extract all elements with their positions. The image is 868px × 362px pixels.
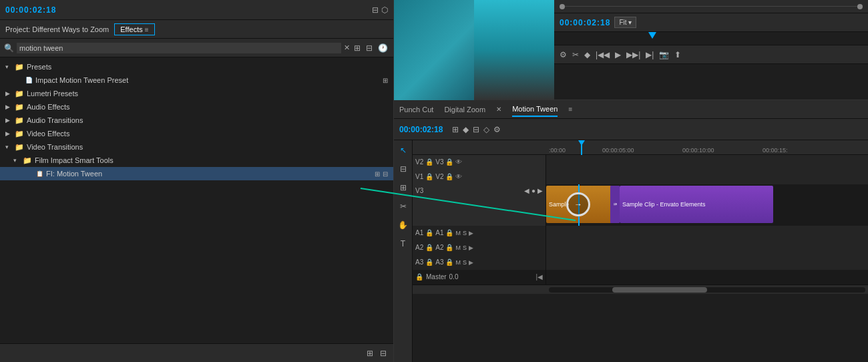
filter-icon[interactable]: ⊟ (372, 5, 379, 15)
nav-right-v3[interactable]: ▶ (537, 187, 543, 194)
track-alt-a2: A2 (435, 244, 443, 251)
tree-item-lumetri[interactable]: ▶ 📁 Lumetri Presets (0, 87, 393, 100)
effects-panel: 00:00:02:18 ⊟ ⬡ Project: Different Ways … (0, 0, 394, 362)
search-input[interactable] (17, 43, 341, 53)
scrollbar-track[interactable] (549, 287, 865, 293)
track-s-a2[interactable]: S (463, 244, 467, 251)
track-lock2-v1[interactable]: 🔒 (445, 173, 453, 180)
tree-item-film-impact[interactable]: ▾ 📁 Film Impact Smart Tools (0, 154, 393, 167)
prev-point-icon[interactable]: |◀◀ (596, 50, 610, 59)
film-impact-label: Film Impact Smart Tools (35, 156, 388, 164)
tree-item-audio-effects[interactable]: ▶ 📁 Audio Effects (0, 100, 393, 114)
lumetri-label: Lumetri Presets (27, 89, 388, 98)
track-m-a1[interactable]: M (455, 230, 461, 236)
tl-marker2-icon[interactable]: ◇ (483, 125, 489, 134)
track-lock2-a1[interactable]: 🔒 (445, 229, 453, 236)
project-tab[interactable]: Project: Different Ways to Zoom (5, 25, 109, 33)
nav-left-v3[interactable]: ◀ (524, 187, 529, 194)
razor-tool[interactable]: ✂ (396, 199, 411, 214)
track-vis-v2[interactable]: 👁 (455, 158, 462, 166)
tree-item-video-trans[interactable]: ▾ 📁 Video Transitions (0, 140, 393, 154)
chevron-audio-effects: ▶ (5, 104, 12, 110)
to-out-icon[interactable]: ▶| (646, 50, 654, 59)
track-m-a3[interactable]: M (455, 259, 461, 266)
folder-audio-trans-icon: 📁 (15, 116, 24, 125)
expand-icon[interactable]: ⬡ (381, 5, 388, 15)
marker-icon[interactable]: ◆ (584, 50, 590, 59)
tl-snap-icon[interactable]: ⊞ (452, 125, 459, 134)
track-label-v2: V2 🔒 V3 🔒 👁 (413, 155, 546, 170)
ripple-tool[interactable]: ⊞ (396, 180, 411, 195)
timeline-area: Punch Cut Digital Zoom ✕ Motion Tween ≡ … (394, 100, 868, 362)
trim-tool[interactable]: ⊟ (396, 162, 411, 176)
tl-ripple-icon[interactable]: ⊟ (473, 125, 479, 134)
chevron-video-trans: ▾ (5, 144, 12, 150)
new-bin-icon[interactable]: ⊞ (353, 43, 362, 53)
track-lock-a2[interactable]: 🔒 (425, 244, 433, 251)
play-button[interactable]: ▶ (615, 50, 621, 59)
scrollbar-thumb[interactable] (612, 287, 707, 293)
tl-setting-icon[interactable]: ⚙ (493, 125, 501, 134)
effects-tab[interactable]: Effects ≡ (114, 23, 154, 35)
track-vis-v1[interactable]: 👁 (455, 173, 462, 180)
timeline-controls: 00:00:02:18 ⊞ ◆ ⊟ ◇ ⚙ (394, 119, 868, 140)
track-lock-a1[interactable]: 🔒 (425, 229, 433, 236)
tree-item-audio-trans[interactable]: ▶ 📁 Audio Transitions (0, 114, 393, 127)
track-lock2-v2[interactable]: 🔒 (445, 158, 453, 166)
track-lock2-a2[interactable]: 🔒 (445, 244, 453, 251)
folder-video-trans-icon: 📁 (15, 143, 24, 152)
timeline-ruler-top (554, 0, 868, 13)
track-s-a1[interactable]: S (463, 230, 467, 236)
timeline-tab-menu[interactable]: ≡ (568, 106, 572, 113)
master-nav[interactable]: |◀ (535, 273, 543, 281)
track-name-v3: V3 (415, 187, 423, 194)
track-content-a2 (546, 240, 868, 255)
presets-label: Presets (27, 63, 388, 71)
track-lock-v1[interactable]: 🔒 (425, 173, 433, 180)
drag-arrow-icon: → (574, 200, 582, 209)
next-point-icon[interactable]: ▶▶| (626, 50, 640, 59)
master-lock-icon[interactable]: 🔒 (415, 273, 423, 281)
track-row-v2: V2 🔒 V3 🔒 👁 (413, 155, 868, 170)
new-folder-icon[interactable]: ⊟ (365, 43, 374, 53)
selection-tool[interactable]: ↖ (396, 143, 411, 158)
info-icon[interactable]: 🕐 (377, 43, 389, 53)
export-icon[interactable]: ⬆ (674, 50, 681, 59)
folder-presets-icon: 📁 (15, 63, 24, 71)
track-s-a3[interactable]: S (463, 259, 467, 266)
delete-bottom-icon[interactable]: ⊟ (379, 349, 388, 358)
tab-punch-cut[interactable]: Punch Cut (399, 103, 433, 116)
tree-item-fi-motion-tween[interactable]: 📋 FI: Motion Tween ⊞ ⊟ (0, 167, 393, 180)
motion-tween-close[interactable]: ✕ (496, 106, 501, 113)
track-lock-a3[interactable]: 🔒 (425, 258, 433, 266)
track-lock-v2[interactable]: 🔒 (425, 158, 433, 166)
tree-item-video-effects[interactable]: ▶ 📁 Video Effects (0, 127, 393, 140)
text-tool[interactable]: T (396, 236, 411, 251)
clip-sample-purple[interactable]: Sample Clip - Envato Elements (620, 186, 773, 223)
playhead-head (578, 140, 585, 146)
audio-effects-label: Audio Effects (27, 103, 388, 111)
tree-item-presets[interactable]: ▾ 📁 Presets (0, 60, 393, 73)
tab-digital-zoom[interactable]: Digital Zoom (444, 103, 485, 116)
search-clear-button[interactable]: ✕ (344, 43, 350, 52)
new-bin-bottom-icon[interactable]: ⊞ (365, 349, 375, 358)
fit-chevron: ▾ (628, 19, 632, 26)
trim-icon[interactable]: ✂ (572, 50, 579, 59)
tl-marker-icon[interactable]: ◆ (463, 125, 469, 134)
tree-item-impact-preset[interactable]: 📄 Impact Motion Tween Preset ⊞ (0, 73, 393, 87)
track-alt-a1: A1 (435, 229, 443, 236)
fit-button[interactable]: Fit ▾ (614, 17, 636, 28)
settings-icon[interactable]: ⚙ (560, 50, 567, 59)
fi-motion-tween-label: FI: Motion Tween (46, 170, 372, 178)
timeline-tabs: Punch Cut Digital Zoom ✕ Motion Tween ≡ (394, 100, 868, 119)
video-effects-label: Video Effects (27, 130, 388, 138)
nav-dot-v3[interactable]: ● (531, 187, 535, 194)
fi-marker-label: fi (613, 203, 618, 206)
timeline-scrollbar[interactable] (413, 285, 868, 294)
camera-icon[interactable]: 📷 (659, 50, 669, 59)
track-m-a2[interactable]: M (455, 244, 461, 251)
tab-motion-tween[interactable]: Motion Tween (512, 102, 558, 117)
track-lock2-a3[interactable]: 🔒 (445, 258, 453, 266)
hand-tool[interactable]: ✋ (396, 218, 411, 232)
file-fi-icon: 📋 (36, 170, 43, 177)
